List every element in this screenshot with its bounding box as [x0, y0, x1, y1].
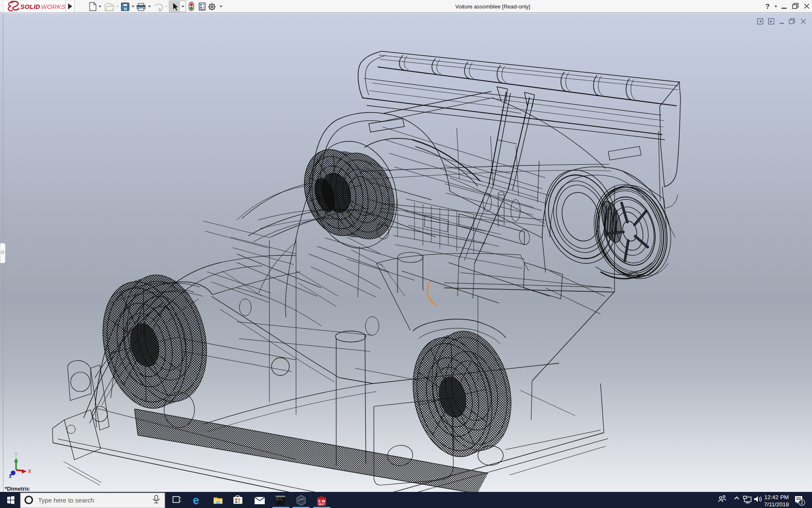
- svg-text:7/11/2018: 7/11/2018: [764, 501, 789, 508]
- svg-text:SOLID: SOLID: [20, 3, 40, 10]
- svg-text:C:\_: C:\_: [277, 498, 284, 501]
- svg-text:2: 2: [801, 500, 803, 505]
- svg-text:?: ?: [765, 3, 770, 10]
- svg-text:WORKS: WORKS: [41, 3, 66, 10]
- svg-text:e: e: [193, 494, 199, 507]
- svg-text:12:42 PM: 12:42 PM: [764, 494, 789, 500]
- svg-text:2017: 2017: [318, 503, 325, 506]
- svg-text:*Dimetric: *Dimetric: [5, 486, 30, 492]
- svg-text:Type here to search: Type here to search: [38, 497, 94, 504]
